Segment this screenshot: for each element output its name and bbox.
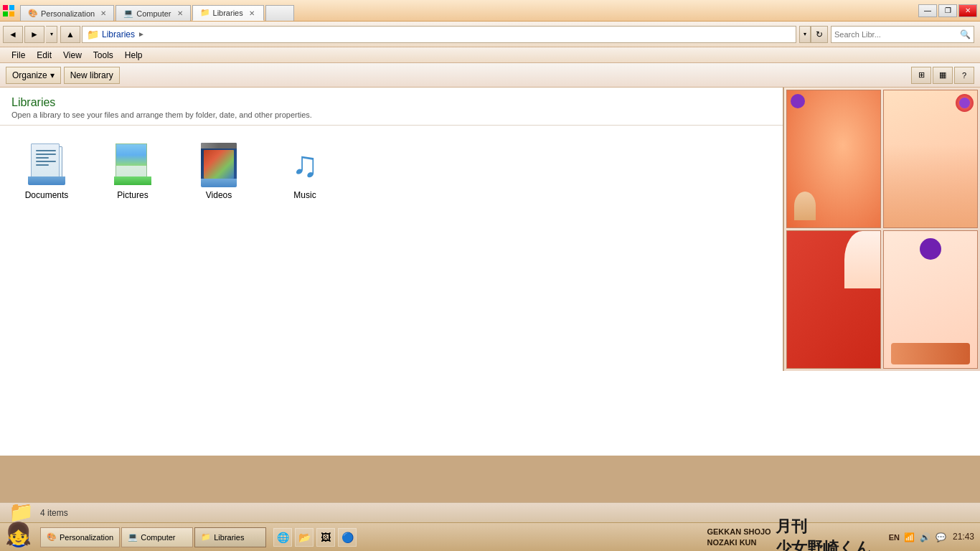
help-button[interactable]: ? (954, 67, 974, 84)
pinned-photoshop-icon[interactable]: 🖼 (316, 528, 335, 547)
system-tray: EN 📶 🔊 💬 (889, 532, 947, 543)
svg-rect-2 (3, 11, 8, 17)
library-item-pictures[interactable]: Pictures (100, 140, 165, 203)
taskbar-right: EN 📶 🔊 💬 21:43 (883, 532, 980, 543)
tab-libraries-label: Libraries (213, 9, 243, 17)
organize-button[interactable]: Organize ▾ (6, 67, 61, 84)
task-libraries-label: Libraries (214, 533, 244, 542)
task-personalization[interactable]: 🎨 Personalization (40, 527, 120, 547)
menu-view[interactable]: View (57, 49, 88, 62)
music-label: Music (293, 190, 316, 200)
task-personalization-label: Personalization (60, 533, 113, 542)
forward-button[interactable]: ► (24, 26, 44, 43)
library-item-videos[interactable]: Videos (187, 140, 251, 203)
task-computer-icon: 💻 (128, 532, 138, 542)
task-computer-label: Computer (141, 533, 175, 542)
notification-tray-icon[interactable]: 💬 (936, 532, 947, 543)
pictures-icon (111, 143, 154, 186)
videos-icon (197, 143, 240, 186)
computer-tab-icon: 💻 (123, 9, 133, 19)
details-pane-button[interactable]: ▦ (933, 67, 953, 84)
explorer-window: 🎨 Personalization ✕ 💻 Computer ✕ 📁 Libra… (0, 0, 980, 456)
clock-display: 21:43 (953, 532, 974, 543)
nav-toolbar: ◄ ► ▾ ▲ 📁 Libraries ► ▾ ↻ 🔍 (0, 22, 980, 47)
breadcrumb-arrow: ► (138, 30, 145, 38)
libraries-tab-icon: 📁 (200, 8, 210, 18)
new-library-button[interactable]: New library (64, 67, 120, 84)
content-area: Libraries Open a library to see your fil… (0, 88, 980, 456)
task-libraries[interactable]: 📁 Libraries (194, 527, 266, 547)
tab-personalization-close[interactable]: ✕ (100, 9, 106, 17)
tab-personalization[interactable]: 🎨 Personalization ✕ (20, 5, 114, 21)
tabs-area: 🎨 Personalization ✕ 💻 Computer ✕ 📁 Libra… (17, 0, 915, 21)
task-computer[interactable]: 💻 Computer (121, 527, 193, 547)
tab-libraries[interactable]: 📁 Libraries ✕ (192, 5, 264, 21)
menu-help[interactable]: Help (119, 49, 149, 62)
network-tray-icon[interactable]: 📶 (904, 532, 915, 543)
item-count-label: 4 items (40, 508, 68, 518)
view-change-button[interactable]: ⊞ (911, 67, 931, 84)
gekkan-text-small: GEKKAN SHOJO NOZAKI KUN (707, 527, 771, 547)
refresh-button[interactable]: ↻ (811, 26, 828, 43)
nav-dropdown[interactable]: ▾ (46, 26, 57, 43)
windows-logo-icon (3, 5, 14, 17)
pictures-label: Pictures (117, 190, 148, 200)
taskbar-tasks: 🎨 Personalization 💻 Computer 📁 Libraries… (37, 527, 695, 547)
music-icon: ♫ (283, 143, 326, 186)
breadcrumb-folder-icon: 📁 (87, 29, 99, 40)
language-indicator: EN (889, 533, 900, 542)
clock-time: 21:43 (953, 532, 974, 543)
videos-label: Videos (206, 190, 232, 200)
svg-rect-1 (9, 5, 14, 10)
pinned-ie-icon[interactable]: 🌐 (273, 528, 292, 547)
personalization-tab-icon: 🎨 (28, 9, 38, 19)
new-tab-area[interactable] (265, 5, 294, 21)
back-button[interactable]: ◄ (3, 26, 23, 43)
up-button[interactable]: ▲ (60, 26, 80, 43)
organize-label: Organize (12, 70, 47, 80)
tab-computer[interactable]: 💻 Computer ✕ (116, 5, 190, 21)
menu-bar: File Edit View Tools Help (0, 47, 980, 63)
task-personalization-icon: 🎨 (47, 532, 57, 542)
menu-edit[interactable]: Edit (31, 49, 57, 62)
svg-rect-0 (3, 5, 8, 10)
menu-file[interactable]: File (6, 49, 31, 62)
title-bar-left (0, 0, 17, 21)
taskbar-anime-character: 👧 (0, 515, 36, 551)
breadcrumb-text: Libraries (102, 29, 135, 39)
taskbar: 🎨 Personalization 💻 Computer 📁 Libraries… (0, 522, 980, 551)
new-library-label: New library (70, 70, 113, 80)
organize-arrow-icon: ▾ (50, 70, 55, 80)
breadcrumb-expand-button[interactable]: ▾ (799, 26, 811, 43)
search-input[interactable] (834, 30, 960, 39)
view-buttons: ⊞ ▦ ? (911, 67, 974, 84)
window-controls: — ❐ ✕ (915, 0, 980, 21)
svg-rect-3 (9, 11, 14, 17)
pinned-explorer-icon[interactable]: 📂 (295, 528, 314, 547)
speaker-tray-icon[interactable]: 🔊 (920, 532, 931, 543)
documents-label: Documents (25, 190, 69, 200)
documents-icon (25, 143, 68, 186)
restore-button[interactable]: ❐ (938, 4, 957, 17)
close-button[interactable]: ✕ (958, 4, 977, 17)
library-item-documents[interactable]: Documents (14, 140, 79, 203)
action-toolbar: Organize ▾ New library ⊞ ▦ ? (0, 63, 980, 88)
task-libraries-icon: 📁 (201, 532, 211, 542)
pinned-chrome-icon[interactable]: 🔵 (338, 528, 357, 547)
nozaki-logo-area: GEKKAN SHOJO NOZAKI KUN 月刊少女野崎くん (695, 516, 882, 552)
tab-libraries-close[interactable]: ✕ (249, 9, 255, 17)
search-bar: 🔍 (831, 26, 974, 43)
search-icon: 🔍 (960, 29, 971, 39)
address-bar[interactable]: 📁 Libraries ► (82, 26, 796, 43)
minimize-button[interactable]: — (918, 4, 937, 17)
anime-wallpaper (783, 88, 980, 371)
title-bar: 🎨 Personalization ✕ 💻 Computer ✕ 📁 Libra… (0, 0, 980, 22)
tab-computer-close[interactable]: ✕ (177, 9, 183, 17)
tab-personalization-label: Personalization (41, 9, 95, 18)
taskbar-pinned-icons: 🌐 📂 🖼 🔵 (273, 528, 357, 547)
menu-tools[interactable]: Tools (88, 49, 119, 62)
nozaki-kanji: 月刊少女野崎くん (776, 516, 872, 552)
library-item-music[interactable]: ♫ Music (273, 140, 337, 203)
tab-computer-label: Computer (136, 9, 171, 18)
